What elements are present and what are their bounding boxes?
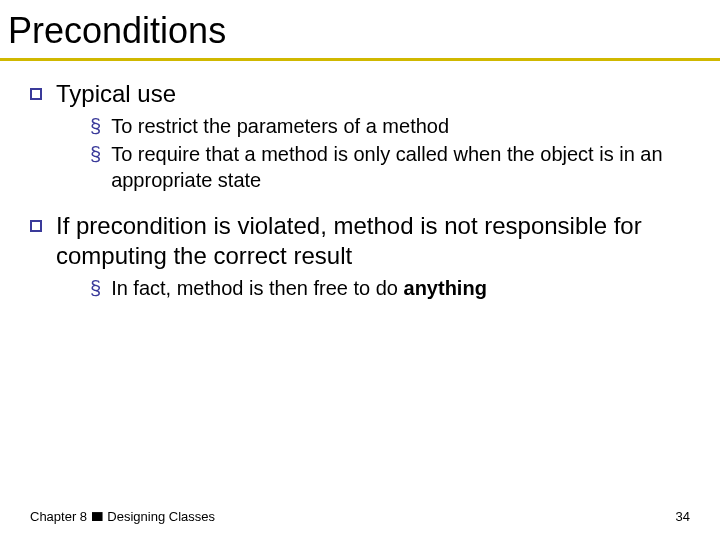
bullet-text: To require that a method is only called … [111, 141, 700, 193]
bullet-text: In fact, method is then free to do anyth… [111, 275, 487, 301]
section-bullet-icon: § [90, 141, 101, 167]
bullet-level2: § To restrict the parameters of a method [90, 113, 700, 139]
bullet-level2-group: § In fact, method is then free to do any… [30, 275, 700, 301]
bullet-text-bold: anything [404, 277, 487, 299]
section-bullet-icon: § [90, 113, 101, 139]
bullet-level1: Typical use [30, 79, 700, 109]
bullet-text: If precondition is violated, method is n… [56, 211, 700, 271]
slide-title: Preconditions [0, 0, 720, 61]
footer-chapter: Chapter 8 ⯀ Designing Classes [30, 509, 215, 524]
bullet-text-prefix: In fact, method is then free to do [111, 277, 403, 299]
footer-page-number: 34 [676, 509, 690, 524]
bullet-level2: § To require that a method is only calle… [90, 141, 700, 193]
bullet-text: Typical use [56, 79, 176, 109]
slide-footer: Chapter 8 ⯀ Designing Classes 34 [30, 509, 690, 524]
section-bullet-icon: § [90, 275, 101, 301]
bullet-text: To restrict the parameters of a method [111, 113, 449, 139]
slide-content: Typical use § To restrict the parameters… [0, 79, 720, 301]
bullet-level2: § In fact, method is then free to do any… [90, 275, 700, 301]
slide: Preconditions Typical use § To restrict … [0, 0, 720, 540]
bullet-level2-group: § To restrict the parameters of a method… [30, 113, 700, 193]
bullet-level1: If precondition is violated, method is n… [30, 211, 700, 271]
square-bullet-icon [30, 88, 42, 100]
square-bullet-icon [30, 220, 42, 232]
